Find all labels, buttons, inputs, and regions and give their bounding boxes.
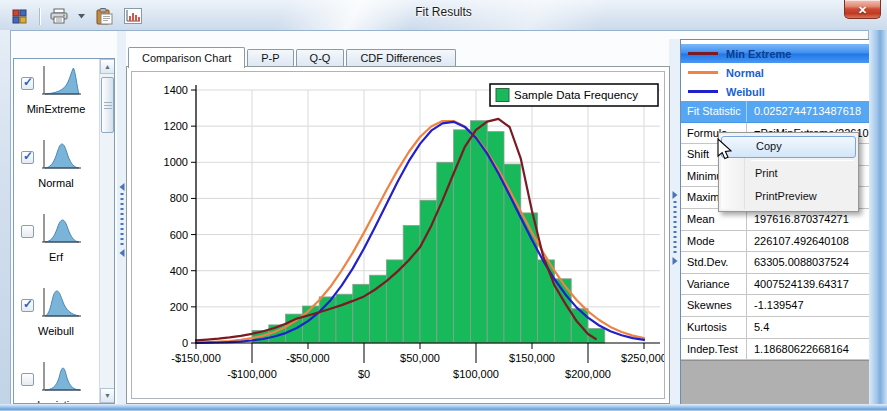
legend-row-label: Normal	[726, 67, 764, 79]
tab-q-q[interactable]: Q-Q	[296, 49, 345, 67]
stats-row-kurtosis[interactable]: Kurtosis 5.4	[681, 317, 870, 339]
stat-label: Skewnes	[681, 295, 747, 316]
histogram-bar	[403, 226, 420, 344]
histogram-bar	[353, 284, 370, 343]
stat-label: Mode	[681, 231, 747, 252]
stats-row-fit-statistic[interactable]: Fit Statistic 0.0252744713487618	[681, 101, 870, 123]
scroll-up-button[interactable]: ▲	[100, 59, 115, 74]
checkbox-normal[interactable]: ✓	[21, 151, 34, 164]
tiles-button[interactable]	[8, 5, 32, 27]
tab-strip: Comparison ChartP-PQ-QCDF Differences	[128, 46, 458, 67]
stat-label: Indep.Test	[681, 339, 747, 360]
menu-item-print[interactable]: Print	[721, 163, 856, 185]
menu-separator	[751, 160, 854, 161]
bar-chart-icon	[124, 8, 142, 24]
histogram-bar	[386, 260, 403, 343]
legend-line-swatch	[688, 90, 718, 93]
distribution-label: Normal	[14, 177, 98, 189]
legend-label: Sample Data Frequency	[514, 89, 638, 101]
left-splitter[interactable]	[117, 31, 126, 405]
context-menu: CopyPrintPrintPreview	[718, 132, 859, 212]
distribution-label: Weibull	[14, 325, 98, 337]
stat-value: 0.0252744713487618	[747, 101, 870, 122]
splitter-handle[interactable]	[673, 201, 676, 253]
stat-value: 4007524139.64317	[747, 274, 870, 295]
check-icon: ✓	[23, 75, 33, 89]
histogram-bar	[302, 306, 319, 343]
checkbox-erf[interactable]	[21, 225, 34, 238]
legend-line-swatch	[688, 71, 718, 74]
x-tick-label: $50,000	[400, 352, 440, 364]
stat-value: 226107.492640108	[747, 231, 870, 252]
y-tick-label: 0	[182, 337, 188, 349]
stats-row-mean[interactable]: Mean 197616.870374271	[681, 209, 870, 231]
x-tick-label: $250,000	[621, 352, 664, 364]
y-tick-label: 1000	[164, 156, 188, 168]
fit-legend-row-min-extreme[interactable]: Min Extreme	[681, 44, 870, 63]
stat-value: 197616.870374271	[747, 209, 870, 230]
scroll-grip	[104, 102, 112, 109]
right-splitter[interactable]	[669, 39, 680, 405]
distribution-thumbnail	[38, 360, 84, 396]
check-icon: ✓	[23, 149, 33, 163]
stats-row-mode[interactable]: Mode 226107.492640108	[681, 231, 870, 253]
distribution-thumbnail	[38, 64, 84, 100]
collapse-arrow-icon[interactable]	[119, 183, 124, 191]
fit-legend-row-normal[interactable]: Normal	[681, 63, 870, 82]
chart-button[interactable]	[121, 5, 145, 27]
toolbar-separator	[39, 8, 40, 25]
y-tick-label: 200	[170, 301, 188, 313]
fit-details-panel: Min Extreme Normal Weibull Fit Statistic…	[680, 39, 870, 405]
checkbox-weibull[interactable]: ✓	[21, 299, 34, 312]
stats-row-skewnes[interactable]: Skewnes -1.139547	[681, 295, 870, 317]
paste-button[interactable]	[92, 5, 116, 27]
print-button[interactable]	[47, 5, 71, 27]
distribution-thumbnail	[38, 138, 84, 174]
fit-legend-row-weibull[interactable]: Weibull	[681, 82, 870, 101]
x-tick-label: $0	[358, 368, 370, 380]
list-item-normal[interactable]: ✓ Normal	[14, 137, 98, 211]
stats-row-variance[interactable]: Variance 4007524139.64317	[681, 274, 870, 296]
stats-row-std-dev[interactable]: Std.Dev. 63305.0088037524	[681, 252, 870, 274]
histogram-bar	[538, 260, 555, 343]
menu-item-copy[interactable]: Copy	[721, 136, 856, 158]
stat-value: 5.4	[747, 317, 870, 338]
splitter-handle[interactable]	[120, 193, 123, 245]
y-tick-label: 600	[170, 229, 188, 241]
histogram-bar	[437, 162, 454, 343]
list-item-logistic[interactable]: Logistic	[14, 359, 98, 404]
y-tick-label: 1200	[164, 120, 188, 132]
stats-row-indep-test[interactable]: Indep.Test 1.18680622668164	[681, 339, 870, 361]
checkbox-logistic[interactable]	[21, 373, 34, 386]
stat-label: Kurtosis	[681, 317, 747, 338]
distribution-label: Erf	[14, 251, 98, 263]
x-tick-label: -$50,000	[286, 352, 329, 364]
x-tick-label: -$150,000	[171, 352, 221, 364]
stat-value: -1.139547	[747, 295, 870, 316]
x-tick-label: $150,000	[509, 352, 555, 364]
scroll-down-button[interactable]: ▼	[100, 388, 115, 403]
checkbox-minextreme[interactable]: ✓	[21, 77, 34, 90]
menu-item-printpreview[interactable]: PrintPreview	[721, 186, 856, 208]
chart-box: 0200400600800100012001400-$150,000-$100,…	[131, 71, 665, 399]
tab-cdf-differences[interactable]: CDF Differences	[346, 49, 455, 67]
collapse-arrow-icon[interactable]	[119, 249, 124, 257]
tab-comparison-chart[interactable]: Comparison Chart	[128, 47, 245, 68]
scroll-thumb[interactable]	[101, 77, 114, 133]
list-item-erf[interactable]: Erf	[14, 211, 98, 285]
histogram-bar	[487, 132, 504, 343]
window-border-right	[869, 30, 887, 404]
tiles-icon	[12, 8, 28, 24]
collapse-arrow-icon[interactable]	[672, 191, 677, 199]
stat-label: Variance	[681, 274, 747, 295]
tab-p-p[interactable]: P-P	[247, 49, 293, 67]
panel-filler	[681, 360, 870, 405]
list-item-weibull[interactable]: ✓ Weibull	[14, 285, 98, 359]
y-tick-label: 1400	[164, 84, 188, 96]
print-dropdown-button[interactable]	[76, 5, 87, 27]
comparison-chart: 0200400600800100012001400-$150,000-$100,…	[132, 72, 664, 398]
close-button[interactable]: ✕	[844, 0, 881, 19]
client-area: ✓ MinExtreme ✓ Normal Erf	[10, 30, 869, 404]
list-item-minextreme[interactable]: ✓ MinExtreme	[14, 63, 98, 137]
collapse-arrow-icon[interactable]	[672, 257, 677, 265]
